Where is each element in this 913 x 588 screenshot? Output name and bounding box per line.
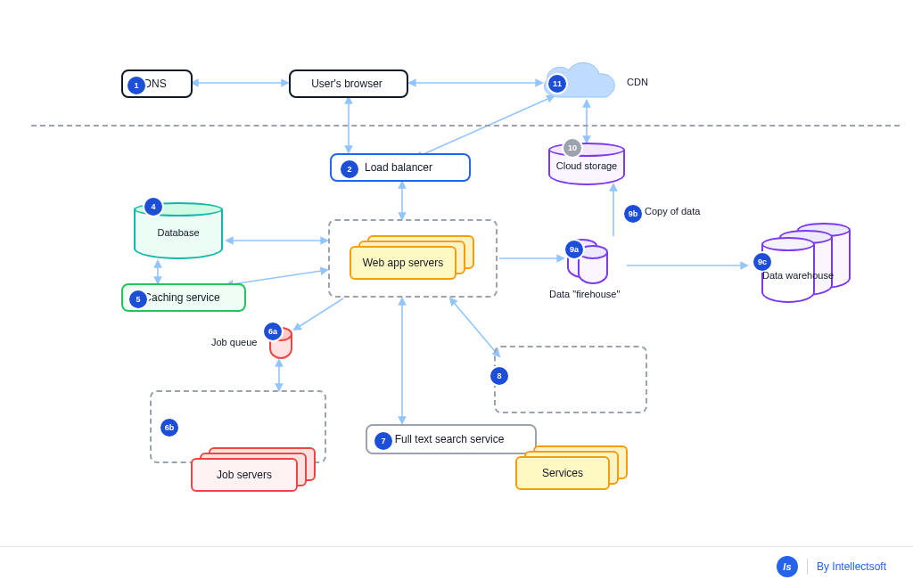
node-database-label: Database [134,227,223,238]
group-services [494,346,647,413]
node-job-servers-label: Job servers [217,469,272,481]
badge-copy-of-data: 9b [622,203,644,225]
badge-caching: 5 [127,289,149,310]
svg-line-3 [415,96,554,158]
node-dns-label: DNS [144,78,166,90]
footer-divider [0,546,913,547]
node-web-servers-label: Web app servers [363,257,444,269]
node-job-servers: Job servers [191,447,316,492]
svg-line-7 [226,270,327,285]
badge-search: 7 [373,430,394,452]
label-job-queue: Job queue [211,337,257,347]
node-search-label: Full text search service [395,433,505,445]
node-cloud-storage: Cloud storage [548,143,625,185]
badge-database: 4 [143,196,164,217]
label-copy-of-data: Copy of data [645,206,700,216]
client-server-divider [31,125,900,127]
badge-firehouse: 9a [563,239,585,260]
node-caching-label: Caching service [144,291,219,304]
node-load-balancer-label: Load balancer [365,161,432,174]
svg-line-14 [294,298,343,330]
node-cloud-storage-label: Cloud storage [548,160,625,171]
label-data-warehouse: Data warehouse [749,270,847,281]
brand-logo-icon: Is [777,556,798,577]
node-services: Services [515,445,631,490]
badge-cdn: 11 [547,73,568,94]
badge-cloud-storage: 10 [562,137,583,159]
footer: Is By Intellectsoft [777,556,886,577]
footer-separator [807,559,808,575]
badge-job-servers: 6b [159,417,180,438]
svg-line-13 [450,298,499,356]
badge-dns: 1 [126,75,147,96]
node-services-label: Services [542,467,583,479]
label-cdn: CDN [627,77,648,87]
badge-load-balancer: 2 [339,159,360,180]
footer-credit: By Intellectsoft [817,560,886,573]
node-browser: User's browser [289,69,408,98]
node-browser-label: User's browser [311,78,382,90]
label-firehouse: Data "firehouse" [549,289,620,299]
node-web-servers: Web app servers [350,235,474,280]
badge-job-queue: 6a [262,321,284,342]
badge-services: 8 [489,365,510,387]
